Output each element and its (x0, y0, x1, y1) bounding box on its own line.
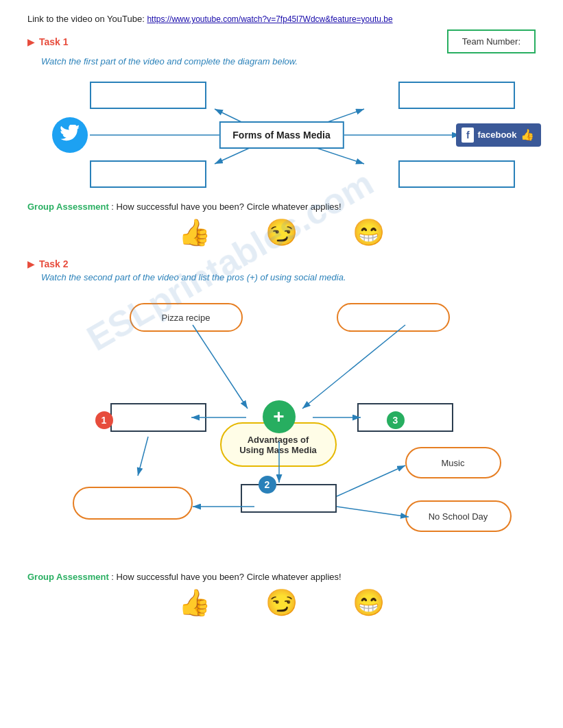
task2-arrow: ▶ (27, 258, 35, 269)
task2-title: Task 2 (39, 258, 69, 269)
team-number-box: Team Number: (447, 29, 536, 53)
task1-instruction: Watch the first part of the video and co… (41, 56, 536, 66)
music-oval: Music (405, 447, 501, 478)
svg-line-11 (302, 325, 405, 409)
emoji-smirk-2: 😏 (265, 587, 298, 618)
svg-line-17 (337, 507, 409, 517)
no-school-oval: No School Day (405, 500, 512, 532)
ga1-text: : How successful have you been? Circle w… (111, 202, 341, 212)
emoji-thumbsup-1: 👍 (178, 217, 211, 247)
music-label: Music (442, 458, 465, 468)
facebook-like: 👍 (520, 128, 534, 141)
diagram1-container: Forms of Mass Media f facebook 👍 (49, 75, 515, 195)
group-assessment-1: Group Assessment : How successful have y… (27, 202, 536, 247)
bottom-left-oval[interactable] (73, 487, 193, 520)
right-rect-input[interactable] (357, 403, 453, 432)
twitter-icon (52, 117, 88, 153)
task2-header: ▶ Task 2 (27, 258, 536, 269)
top-right-oval[interactable] (337, 303, 450, 332)
youtube-prefix: Link to the video on YouTube: (27, 14, 147, 24)
youtube-link[interactable]: https://www.youtube.com/watch?v=7fp45l7W… (147, 14, 392, 24)
box2-input[interactable] (241, 484, 337, 513)
ga2-text: : How successful have you been? Circle w… (111, 572, 341, 582)
left-rect-input[interactable] (110, 403, 206, 432)
emoji-grin-1: 😁 (352, 217, 385, 247)
pizza-oval: Pizza recipe (130, 303, 243, 332)
ga2-label: Group Assessment (27, 572, 109, 582)
task1-title: Task 1 (39, 36, 69, 47)
emoji-thumbsup-2: 👍 (178, 587, 211, 618)
emoji-grin-2: 😁 (352, 587, 385, 618)
diagram1-center-label: Forms of Mass Media (232, 130, 330, 141)
emoji-row-1: 👍 😏 😁 (27, 217, 536, 247)
diagram2-container: 1 2 3 + Pizza recipe Advantages of Using… (42, 291, 522, 558)
svg-line-10 (193, 325, 248, 409)
task2-instruction: Watch the second part of the video and l… (41, 272, 536, 282)
center-label: Advantages of Using Mass Media (239, 435, 317, 455)
emoji-row-2: 👍 😏 😁 (27, 587, 536, 618)
diagram1-top-left-box[interactable] (90, 82, 206, 109)
num-circle-1: 1 (95, 411, 113, 429)
facebook-icon: f facebook 👍 (456, 123, 540, 147)
no-school-label: No School Day (429, 511, 488, 522)
facebook-f: f (462, 128, 474, 143)
task1-header: ▶ Task 1 (27, 36, 447, 47)
group-assessment-2: Group Assessment : How successful have y… (27, 572, 536, 618)
pizza-label: Pizza recipe (162, 313, 211, 323)
diagram1-top-right-box[interactable] (398, 82, 515, 109)
task1-arrow: ▶ (27, 36, 35, 47)
num-circle-2: 2 (259, 476, 276, 494)
facebook-text: facebook (477, 130, 516, 140)
ga1-label: Group Assessment (27, 202, 109, 212)
team-number-label: Team Number: (462, 36, 520, 47)
num-circle-3: 3 (387, 411, 405, 429)
diagram1-bot-left-box[interactable] (90, 160, 206, 188)
diagram1-bot-right-box[interactable] (398, 160, 515, 188)
youtube-link-row: Link to the video on YouTube: https://ww… (27, 14, 536, 24)
svg-line-15 (138, 437, 148, 476)
svg-line-16 (337, 465, 405, 496)
plus-circle: + (263, 400, 296, 433)
diagram1-center: Forms of Mass Media (219, 121, 344, 149)
emoji-smirk-1: 😏 (265, 217, 298, 247)
